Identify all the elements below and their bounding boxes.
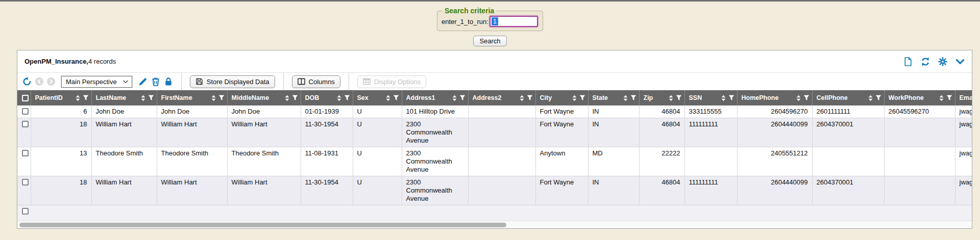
cell-workphone (884, 118, 955, 147)
cell-workphone: 26045596270 (884, 105, 955, 118)
cell-email: jwago (955, 118, 972, 147)
cell-patientid: 6 (31, 105, 91, 118)
filter-icon[interactable] (393, 95, 399, 101)
row-checkbox[interactable] (22, 150, 29, 156)
sort-icon[interactable] (572, 95, 577, 101)
cell-address1: 101 Hilltop Drive (402, 105, 468, 118)
column-header-zip[interactable]: Zip (639, 90, 684, 105)
sort-icon[interactable] (623, 95, 628, 101)
column-header-address1[interactable]: Address1 (402, 90, 468, 105)
sort-icon[interactable] (76, 95, 80, 101)
cell-address1: 2300 Commonwealth Avenue (402, 176, 468, 205)
perspective-select[interactable]: Main Perspective (61, 76, 132, 88)
column-header-cellphone[interactable]: CellPhone (812, 90, 884, 105)
filter-icon[interactable] (459, 95, 465, 101)
column-header-state[interactable]: State (588, 90, 639, 105)
column-label: State (593, 94, 621, 101)
edit-perspective-icon[interactable] (138, 77, 148, 86)
filter-icon[interactable] (579, 95, 585, 101)
cell-lastname: John Doe (91, 105, 157, 118)
sort-icon[interactable] (868, 95, 873, 101)
search-criteria-section: Search criteria enter_1_to_run: 1 Search (0, 2, 980, 46)
column-header-sex[interactable]: Sex (353, 90, 402, 105)
new-row-empty-cell (31, 205, 972, 221)
sort-icon[interactable] (285, 95, 289, 101)
row-checkbox[interactable] (22, 179, 29, 185)
sort-icon[interactable] (796, 95, 801, 101)
column-header-city[interactable]: City (535, 90, 588, 105)
enter-1-to-run-input[interactable]: 1 (489, 16, 538, 27)
new-row-select-cell (17, 205, 31, 221)
cell-patientid: 18 (31, 118, 91, 147)
filter-icon[interactable] (875, 95, 881, 101)
column-header-email[interactable]: Email (955, 90, 972, 105)
cell-ssn: 333115555 (684, 105, 737, 118)
search-criteria-fieldset: Search criteria enter_1_to_run: 1 (437, 7, 543, 31)
column-header-middlename[interactable]: MiddleName (227, 90, 301, 105)
filter-icon[interactable] (676, 95, 682, 101)
cell-middlename: William Hart (227, 118, 301, 147)
cell-email: jwago (955, 105, 972, 118)
previous-perspective-icon[interactable] (35, 77, 43, 86)
horizontal-scrollbar[interactable] (17, 221, 972, 228)
cell-city: Fort Wayne (535, 105, 588, 118)
cell-sex: U (353, 105, 402, 118)
filter-icon[interactable] (803, 95, 810, 101)
filter-icon[interactable] (292, 95, 298, 101)
chevron-down-icon[interactable] (955, 57, 965, 66)
sort-icon[interactable] (452, 95, 457, 101)
new-row-checkbox[interactable] (22, 208, 29, 215)
filter-icon[interactable] (218, 95, 225, 101)
row-checkbox[interactable] (22, 121, 29, 127)
undo-icon[interactable] (22, 77, 32, 86)
column-header-lastname[interactable]: LastName (91, 90, 157, 105)
cell-address1: 2300 Commonwealth Avenue (402, 118, 468, 147)
sort-icon[interactable] (386, 95, 390, 101)
column-header-workphone[interactable]: WorkPhone (884, 90, 955, 105)
next-perspective-icon[interactable] (47, 77, 55, 86)
filter-icon[interactable] (946, 95, 952, 101)
columns-button[interactable]: Columns (292, 75, 340, 88)
filter-icon[interactable] (527, 95, 533, 101)
column-header-ssn[interactable]: SSN (684, 90, 737, 105)
column-header-dob[interactable]: DOB (301, 90, 353, 105)
filter-icon[interactable] (630, 95, 636, 101)
lock-icon[interactable] (164, 77, 173, 86)
column-header-homephone[interactable]: HomePhone (737, 90, 812, 105)
cell-lastname: William Hart (91, 118, 157, 147)
refresh-icon[interactable] (921, 57, 930, 66)
cell-firstname: William Hart (157, 118, 227, 147)
gear-icon[interactable] (938, 57, 947, 66)
store-displayed-data-button[interactable]: Store Displayed Data (190, 75, 275, 88)
filter-icon[interactable] (83, 95, 89, 101)
filter-icon[interactable] (148, 95, 154, 101)
display-options-button[interactable]: Display Options (357, 75, 426, 88)
column-header-patientid[interactable]: PatientID (31, 90, 91, 105)
delete-perspective-icon[interactable] (151, 77, 160, 86)
select-all-checkbox[interactable] (22, 95, 29, 101)
sort-icon[interactable] (939, 95, 944, 101)
column-header-address2[interactable]: Address2 (468, 90, 535, 105)
document-icon[interactable] (903, 57, 913, 66)
perspective-selected-value: Main Perspective (66, 78, 117, 86)
filter-icon[interactable] (728, 95, 734, 101)
cell-ssn: 111111111 (684, 118, 737, 147)
row-checkbox[interactable] (22, 108, 29, 115)
column-label: Address2 (473, 94, 517, 101)
table-row: 18William HartWilliam HartWilliam Hart11… (17, 176, 972, 205)
column-label: CellPhone (817, 94, 866, 101)
column-label: MiddleName (232, 94, 282, 101)
sort-icon[interactable] (669, 95, 673, 101)
column-header-firstname[interactable]: FirstName (157, 90, 227, 105)
sort-icon[interactable] (337, 95, 341, 101)
search-button[interactable]: Search (473, 36, 506, 46)
sort-icon[interactable] (141, 95, 145, 101)
filter-icon[interactable] (344, 95, 350, 101)
cell-state: IN (588, 105, 639, 118)
sort-icon[interactable] (211, 95, 216, 101)
cell-homephone: 2405551212 (737, 147, 812, 176)
sort-icon[interactable] (721, 95, 726, 101)
sort-icon[interactable] (520, 95, 524, 101)
h-scrollbar-thumb[interactable] (19, 223, 506, 227)
cell-sex: U (353, 176, 402, 205)
